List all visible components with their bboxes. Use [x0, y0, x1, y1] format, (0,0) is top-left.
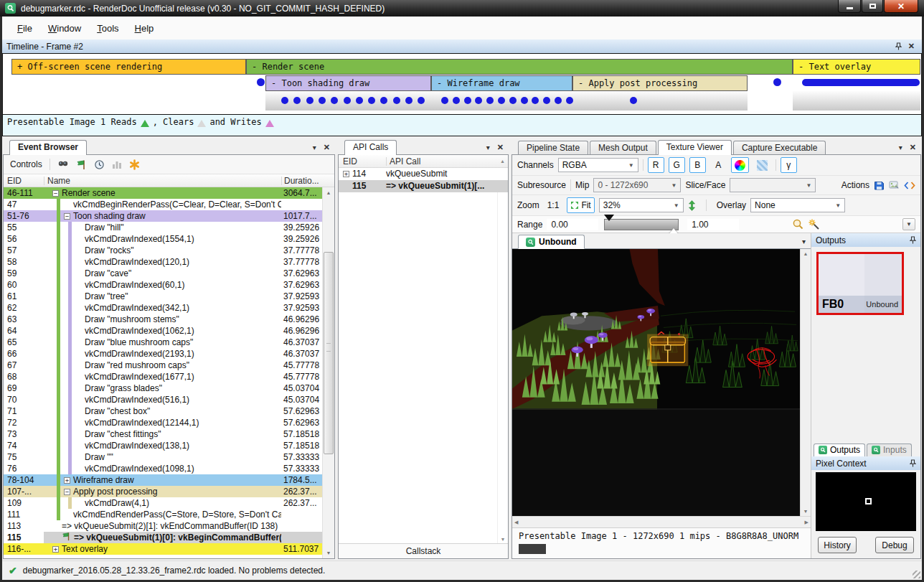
timeline-bar[interactable]: - Render scene — [246, 59, 793, 75]
range-black-handle[interactable] — [604, 215, 614, 221]
column-api-call[interactable]: API Call — [387, 156, 497, 166]
draw-marker-dot[interactable] — [509, 97, 517, 104]
fb0-thumbnail[interactable]: FB0 Unbound — [816, 252, 904, 315]
event-row[interactable]: 76vkCmdDrawIndexed(1098,1)57.33333 — [4, 463, 322, 474]
channel-red-button[interactable]: R — [648, 157, 664, 173]
event-row[interactable]: 46-111−Render scene3064.7... — [4, 187, 322, 199]
event-row[interactable]: 111vkCmdEndRenderPass(C=Store, D=Store, … — [4, 509, 322, 520]
collapse-icon[interactable]: − — [52, 190, 59, 197]
tab-pipeline-state[interactable]: Pipeline State — [518, 141, 588, 155]
event-row[interactable]: 61Draw "tree"37.92593 — [4, 291, 322, 302]
collapse-icon[interactable]: − — [64, 489, 70, 495]
scroll-up-icon[interactable]: ▲ — [323, 187, 334, 198]
event-row[interactable]: 69Draw "grass blades"45.03704 — [4, 382, 322, 394]
tab-capture-executable[interactable]: Capture Executable — [733, 141, 826, 155]
mip-combo[interactable]: 0 - 1272x690▼ — [593, 178, 681, 192]
tab-texture-viewer[interactable]: Texture Viewer — [658, 140, 732, 155]
close-icon[interactable]: ✕ — [910, 143, 916, 152]
gamma-button[interactable]: γ — [781, 157, 797, 173]
timeline-bar[interactable]: - Wireframe draw — [431, 75, 572, 91]
event-row[interactable]: 65Draw "blue mushroom caps"46.37037 — [4, 337, 322, 348]
column-eid[interactable]: EID — [339, 156, 386, 166]
api-list-scrollbar[interactable]: ▼ — [497, 192, 508, 543]
debug-button[interactable]: Debug — [875, 537, 914, 553]
menu-tools[interactable]: Tools — [90, 20, 125, 37]
zoom-level-combo[interactable]: 32%▼ — [599, 198, 684, 212]
channel-alpha-button[interactable]: A — [710, 157, 727, 173]
api-call-row[interactable]: 115=> vkQueueSubmit(1)[... — [339, 180, 508, 192]
scroll-left-icon[interactable]: ◀ — [514, 520, 518, 525]
draw-marker-dot[interactable] — [555, 97, 562, 104]
range-slider[interactable] — [604, 219, 679, 230]
event-row[interactable]: 73Draw "chest fittings"57.18518 — [4, 428, 322, 440]
channels-combo[interactable]: RGBA▼ — [558, 158, 638, 172]
draw-marker-dot[interactable] — [773, 78, 781, 86]
save-icon[interactable] — [874, 180, 885, 191]
draw-marker-dot[interactable] — [393, 97, 400, 104]
event-row[interactable]: 107-...−Apply post processing262.37... — [4, 486, 322, 497]
scroll-up-icon[interactable]: ▲ — [497, 159, 508, 164]
pin-icon[interactable] — [895, 42, 902, 50]
event-row[interactable]: 68vkCmdDrawIndexed(1677,1)45.77778 — [4, 371, 322, 382]
draw-marker-dot[interactable] — [319, 97, 326, 104]
draw-marker-dot[interactable] — [464, 97, 471, 104]
draw-marker-dot[interactable] — [257, 78, 265, 86]
timer-clock-icon[interactable] — [94, 159, 105, 170]
timeline-bar[interactable]: - Apply post processing — [572, 75, 748, 91]
event-row[interactable]: 57Draw "rocks"37.77778 — [4, 245, 322, 256]
close-icon[interactable]: ✕ — [908, 42, 915, 51]
scrollbar-thumb[interactable] — [324, 252, 334, 454]
bookmark-flag-icon[interactable] — [76, 159, 87, 170]
event-row[interactable]: 74vkCmdDrawIndexed(138,1)57.18518 — [4, 440, 322, 451]
find-icon[interactable] — [57, 159, 69, 169]
close-icon[interactable]: ✕ — [497, 143, 504, 152]
range-min-value[interactable]: 0.00 — [547, 219, 598, 230]
event-row[interactable]: 55Draw "hill"39.25926 — [4, 222, 322, 233]
event-row[interactable]: 47vkCmdBeginRenderPass(C=Clear, D=Clear,… — [4, 199, 322, 210]
expand-icon[interactable]: + — [343, 171, 349, 177]
scroll-down-icon[interactable]: ▼ — [323, 548, 334, 558]
goto-resource-icon[interactable] — [904, 181, 915, 190]
maximize-button[interactable] — [862, 0, 883, 13]
event-row[interactable]: 75Draw ""57.33333 — [4, 451, 322, 463]
draw-marker-dot[interactable] — [405, 97, 412, 104]
draw-marker-dot[interactable] — [566, 97, 573, 104]
event-row[interactable]: 56vkCmdDrawIndexed(1554,1)39.25926 — [4, 233, 322, 245]
callstack-section[interactable]: Callstack — [339, 543, 508, 558]
pin-icon[interactable] — [910, 236, 916, 244]
draw-marker-dot[interactable] — [344, 97, 351, 104]
chevron-down-icon[interactable]: ▾ — [486, 144, 490, 151]
event-row[interactable]: 113=> vkQueueSubmit(2)[1]: vkEndCommandB… — [4, 520, 322, 532]
column-duration[interactable]: Duratio... — [282, 176, 323, 186]
column-name[interactable]: Name — [44, 176, 281, 186]
expand-icon[interactable]: + — [64, 477, 70, 484]
draw-marker-dot[interactable] — [306, 97, 314, 104]
overlay-combo[interactable]: None▼ — [750, 198, 845, 212]
open-texture-list-icon[interactable] — [889, 180, 900, 190]
texture-vertical-scrollbar[interactable]: ▲ ▼ — [800, 249, 811, 516]
event-row[interactable]: 59Draw "cave"37.62963 — [4, 268, 322, 279]
texture-image-canvas[interactable] — [512, 249, 800, 516]
event-row[interactable]: 115=> vkQueueSubmit(1)[0]: vkBeginComman… — [4, 532, 322, 543]
checkerboard-button[interactable] — [753, 157, 771, 173]
column-eid[interactable]: EID — [4, 176, 44, 186]
event-row[interactable]: 109vkCmdDraw(4,1)262.37... — [4, 497, 322, 509]
zoom-fit-button[interactable]: Fit — [567, 197, 594, 213]
scroll-down-icon[interactable]: ▼ — [501, 537, 506, 542]
history-button[interactable]: History — [818, 537, 857, 553]
draw-marker-dot[interactable] — [453, 97, 460, 104]
event-row[interactable]: 66vkCmdDrawIndexed(2193,1)46.37037 — [4, 348, 322, 360]
draw-marker-dot[interactable] — [630, 97, 637, 104]
channel-green-button[interactable]: G — [669, 157, 685, 173]
chevron-down-icon[interactable]: ▾ — [802, 238, 806, 245]
draw-markers-pill[interactable] — [802, 79, 920, 86]
range-options-button[interactable]: ▼ — [902, 218, 915, 230]
event-row[interactable]: 78-104+Wireframe draw1784.5... — [4, 474, 322, 486]
event-row[interactable]: 72vkCmdDrawIndexed(12144,1)57.62963 — [4, 417, 322, 428]
api-call-row[interactable]: +114vkQueueSubmit — [339, 168, 508, 180]
collapse-icon[interactable]: − — [64, 213, 70, 220]
menu-help[interactable]: Help — [128, 20, 161, 37]
event-row[interactable]: 63Draw "mushroom stems"46.96296 — [4, 314, 322, 325]
pixel-context-canvas[interactable] — [816, 472, 916, 531]
timeline-bar[interactable]: - Text overlay — [793, 59, 920, 75]
